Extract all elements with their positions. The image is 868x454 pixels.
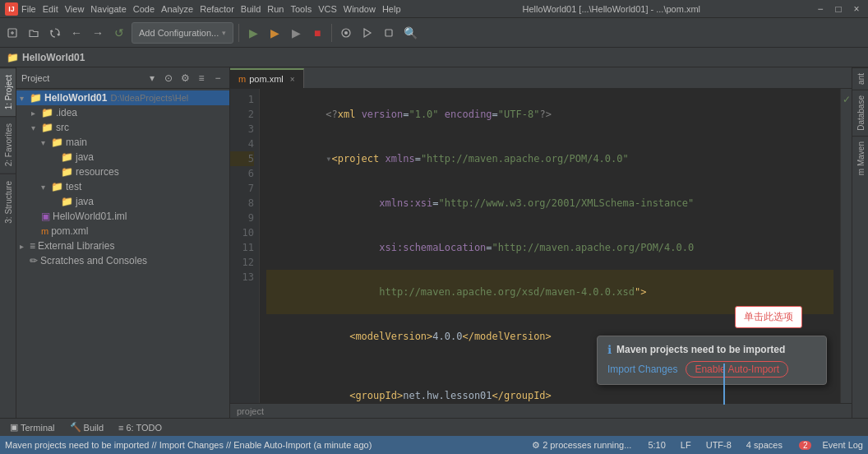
tab-pomxml-close[interactable]: × xyxy=(290,75,295,84)
menu-vcs[interactable]: VCS xyxy=(318,4,337,14)
settings-icon[interactable]: ⚙ xyxy=(178,72,192,85)
svg-rect-6 xyxy=(386,30,392,36)
toolbar-btn-back[interactable]: ← xyxy=(67,24,85,42)
main-content: 1: Project 2: Favorites 3: Structure Pro… xyxy=(0,67,868,418)
tree-item-idea[interactable]: ▸ 📁 .idea xyxy=(16,105,229,120)
folder-icon: 📁 xyxy=(7,52,19,63)
close-button[interactable]: × xyxy=(850,3,863,15)
sdk-button[interactable] xyxy=(380,24,398,42)
menu-code[interactable]: Code xyxy=(133,4,155,14)
sidebar-tab-structure[interactable]: 3: Structure xyxy=(0,174,16,230)
gutter-check-icon: ✓ xyxy=(843,94,851,105)
tree-label-java-main: java xyxy=(76,151,94,163)
enable-auto-import-button[interactable]: Enable Auto-Import xyxy=(686,361,788,378)
menu-analyze[interactable]: Analyze xyxy=(161,4,193,14)
run-with-coverage-button[interactable]: ▶ xyxy=(287,24,305,42)
toolbar-btn-forward[interactable]: → xyxy=(89,24,107,42)
toolbar-btn-new[interactable] xyxy=(3,24,21,42)
line-numbers: 1 2 3 4 5 6 7 8 9 10 11 12 13 xyxy=(230,89,260,403)
folder-test-icon: 📁 xyxy=(51,181,63,192)
callout-arrow-line xyxy=(723,364,725,405)
project-tree: ▾ 📁 HelloWorld01 D:\IdeaProjects\Hel ▸ 📁… xyxy=(16,89,229,418)
tree-item-java-test[interactable]: 📁 java xyxy=(16,194,229,209)
tree-arrow-helloworld01: ▾ xyxy=(20,94,30,103)
add-configuration-button[interactable]: Add Configuration... ▾ xyxy=(132,22,233,44)
right-tab-maven[interactable]: m Maven xyxy=(852,136,868,180)
menu-view[interactable]: View xyxy=(65,4,85,14)
callout-text: 单击此选项 xyxy=(744,311,793,322)
sidebar-tab-project[interactable]: 1: Project xyxy=(0,67,16,116)
project-panel-arrow[interactable]: ▾ xyxy=(145,72,159,85)
tree-item-resources[interactable]: 📁 resources xyxy=(16,164,229,179)
menu-window[interactable]: Window xyxy=(344,4,376,14)
toolbar-btn-undo[interactable]: ↺ xyxy=(110,24,128,42)
status-processes[interactable]: ⚙ 2 processes running... xyxy=(532,440,631,451)
tree-item-test[interactable]: ▾ 📁 test xyxy=(16,179,229,194)
toolbar-separator-2 xyxy=(331,24,332,42)
scope-icon[interactable]: ⊙ xyxy=(162,72,175,85)
bottom-tab-todo[interactable]: ≡ 6: TODO xyxy=(112,419,169,436)
status-position[interactable]: 5:10 xyxy=(648,440,665,450)
event-log-label[interactable]: Event Log xyxy=(822,440,863,450)
right-tab-ant[interactable]: ant xyxy=(852,67,868,90)
bottom-tab-terminal[interactable]: ▣ Terminal xyxy=(3,419,62,436)
project-panel: Project ▾ ⊙ ⚙ ≡ − ▾ 📁 HelloWorld01 D:\Id… xyxy=(16,67,230,418)
layout-icon[interactable]: ≡ xyxy=(195,72,208,85)
menu-file[interactable]: File xyxy=(21,4,36,14)
tree-item-pomxml[interactable]: m pom.xml xyxy=(16,224,229,239)
tree-item-iml[interactable]: ▣ HelloWorld01.iml xyxy=(16,209,229,224)
menu-run[interactable]: Run xyxy=(267,4,284,14)
tree-item-java-main[interactable]: 📁 java xyxy=(16,150,229,164)
status-bar: Maven projects need to be imported // Im… xyxy=(0,436,868,454)
menu-navigate[interactable]: Navigate xyxy=(90,4,126,14)
toolbar-btn-sync[interactable] xyxy=(46,24,64,42)
config-arrow-icon: ▾ xyxy=(222,29,226,37)
line-num-10: 10 xyxy=(230,225,254,240)
tree-item-scratches[interactable]: ✏ Scratches and Consoles xyxy=(16,253,229,268)
tree-item-src[interactable]: ▾ 📁 src xyxy=(16,120,229,135)
sidebar-tab-favorites[interactable]: 2: Favorites xyxy=(0,116,16,173)
profile-button[interactable] xyxy=(337,24,355,42)
iml-file-icon: ▣ xyxy=(41,211,50,222)
todo-label: 6: TODO xyxy=(126,423,162,433)
menu-edit[interactable]: Edit xyxy=(43,4,58,14)
tree-item-main[interactable]: ▾ 📁 main xyxy=(16,135,229,150)
code-line-4: xsi:schemaLocation="http://maven.apache.… xyxy=(266,225,833,270)
editor-footer-label: project xyxy=(237,406,264,416)
import-changes-link[interactable]: Import Changes xyxy=(607,364,677,375)
bottom-tab-build[interactable]: 🔨 Build xyxy=(63,419,110,436)
folder-resources-icon: 📁 xyxy=(61,166,73,178)
menu-help[interactable]: Help xyxy=(382,4,401,14)
minimize-button[interactable]: − xyxy=(814,3,827,15)
project-panel-title: Project xyxy=(21,73,142,83)
status-bar-message[interactable]: Maven projects need to be imported // Im… xyxy=(5,440,524,450)
menu-refactor[interactable]: Refactor xyxy=(200,4,234,14)
restore-button[interactable]: □ xyxy=(832,3,845,15)
tree-item-helloworld01[interactable]: ▾ 📁 HelloWorld01 D:\IdeaProjects\Hel xyxy=(16,90,229,105)
tree-item-external-libs[interactable]: ▸ ≡ External Libraries xyxy=(16,239,229,253)
status-encoding[interactable]: UTF-8 xyxy=(706,440,732,450)
status-line-sep[interactable]: LF xyxy=(681,440,691,450)
toolbar-btn-open[interactable] xyxy=(25,24,43,42)
minimize-panel-icon[interactable]: − xyxy=(211,72,224,85)
code-line-2: ▾<project xmlns="http://maven.apache.org… xyxy=(266,137,833,181)
status-indent[interactable]: 4 spaces xyxy=(746,440,783,450)
line-num-12: 12 xyxy=(230,255,254,270)
editor-tabs: m pom.xml × xyxy=(230,67,852,89)
tree-arrow-src: ▾ xyxy=(31,123,41,132)
right-tab-database[interactable]: Database xyxy=(852,90,868,136)
search-everywhere-button[interactable]: 🔍 xyxy=(401,24,419,42)
stop-button[interactable]: ■ xyxy=(308,24,326,42)
build-project-button[interactable] xyxy=(358,24,376,42)
tab-pomxml[interactable]: m pom.xml × xyxy=(230,68,304,88)
menu-build[interactable]: Build xyxy=(241,4,261,14)
tree-arrow-external: ▸ xyxy=(20,242,30,251)
debug-button[interactable]: ▶ xyxy=(265,24,284,42)
editor-footer: project xyxy=(230,403,852,418)
run-button[interactable]: ▶ xyxy=(244,24,262,42)
menu-tools[interactable]: Tools xyxy=(290,4,312,14)
code-line-3: xmlns:xsi="http://www.w3.org/2001/XMLSch… xyxy=(266,181,833,225)
tree-arrow-idea: ▸ xyxy=(31,109,41,118)
tree-label-scratches: Scratches and Consoles xyxy=(40,255,147,266)
notification-popup: ℹ Maven projects need to be imported Imp… xyxy=(597,336,827,385)
